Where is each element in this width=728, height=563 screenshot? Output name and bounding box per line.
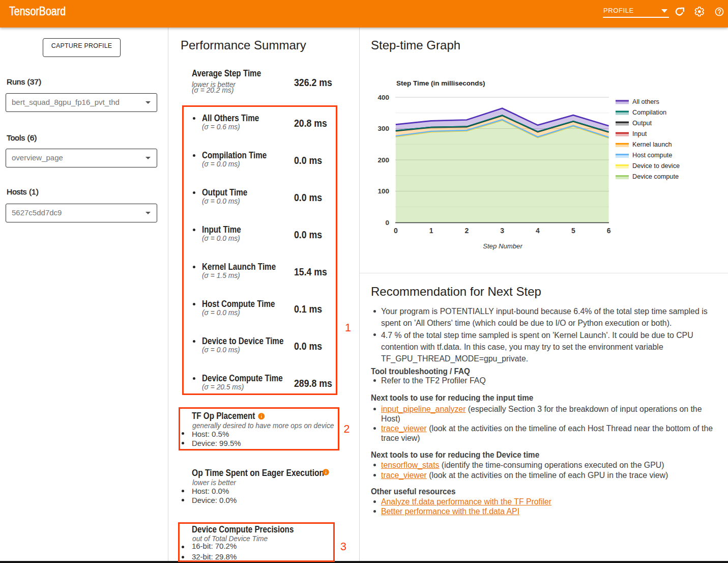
svg-text:Step Number: Step Number [483,242,522,250]
svg-text:Output: Output [632,120,652,127]
svg-text:Device compute: Device compute [632,173,679,180]
svg-text:0: 0 [394,227,398,235]
svg-text:Compilation: Compilation [632,109,666,116]
svg-text:5: 5 [571,227,575,235]
svg-text:300: 300 [377,125,389,132]
svg-text:4: 4 [536,227,540,235]
svg-text:Host compute: Host compute [632,152,672,159]
svg-text:6: 6 [607,227,611,235]
svg-text:400: 400 [377,94,389,101]
svg-text:2: 2 [465,227,469,235]
svg-text:All others: All others [632,98,659,105]
svg-text:Input: Input [632,130,647,137]
svg-text:Device to device: Device to device [632,162,680,170]
svg-text:Step Time (in milliseconds): Step Time (in milliseconds) [396,79,485,87]
svg-text:200: 200 [377,156,389,164]
svg-text:100: 100 [377,187,389,195]
svg-text:1: 1 [429,227,433,235]
svg-text:3: 3 [500,227,504,235]
svg-text:0: 0 [385,219,389,227]
svg-text:Kernel launch: Kernel launch [632,141,672,148]
